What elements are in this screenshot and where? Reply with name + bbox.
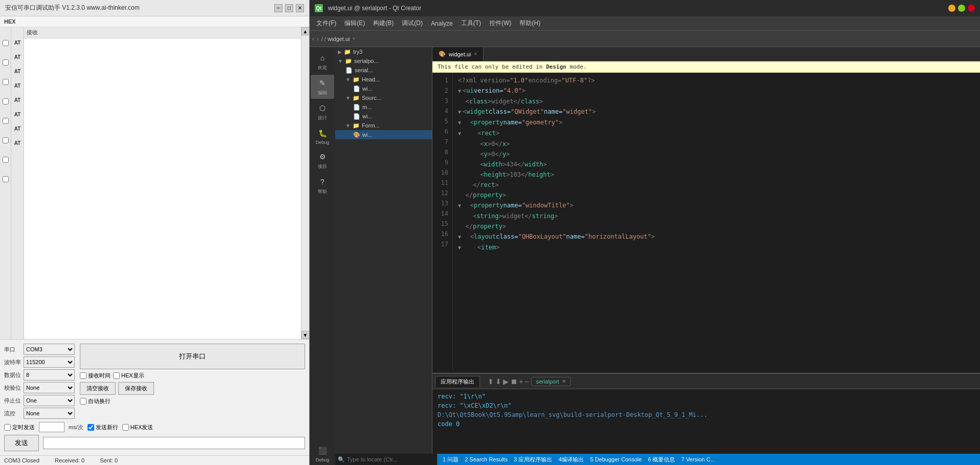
collapse-17[interactable]: ▼: [458, 243, 461, 253]
sidebar-item-debug-bottom[interactable]: ⬛ Debug: [311, 442, 334, 465]
code-line-15: </property>: [458, 221, 975, 231]
tree-node-head[interactable]: ▼ 📁 Head...: [335, 75, 432, 84]
qt-minimize-btn[interactable]: [948, 5, 955, 12]
output-toolbar-play[interactable]: ▶: [503, 377, 509, 386]
scroll-up-btn[interactable]: ▲: [301, 27, 310, 35]
toolbar-forward-btn[interactable]: ›: [317, 35, 319, 43]
status-overview[interactable]: 6 概要信息: [645, 456, 678, 463]
cb-row-5[interactable]: [3, 118, 9, 124]
qt-maximize-btn[interactable]: [958, 5, 965, 12]
session-close-icon[interactable]: ✕: [562, 378, 566, 384]
newline-cb[interactable]: [88, 424, 94, 431]
send-button[interactable]: 发送: [4, 435, 39, 451]
tree-node-try3[interactable]: ▶ 📁 try3: [335, 47, 432, 56]
tree-node-serial-file[interactable]: 📄 serial...: [335, 66, 432, 75]
send-input[interactable]: 我: [43, 437, 305, 449]
save-recv-button[interactable]: 保存接收: [118, 382, 154, 395]
sidebar-item-welcome[interactable]: ⌂ 欢迎: [311, 50, 334, 74]
line-num-13: 13: [437, 198, 448, 208]
menu-file[interactable]: 文件(F): [312, 17, 340, 30]
code-content[interactable]: <?xml version="1.0" encoding="UTF-8"?> ▼…: [453, 73, 980, 370]
folder-icon-sourc: 📁: [353, 94, 360, 101]
sidebar-item-debug[interactable]: 🐛 Debug: [311, 125, 334, 147]
close-btn[interactable]: ✕: [296, 4, 304, 12]
menu-analyze[interactable]: Analyze: [427, 18, 457, 29]
cb-row-6[interactable]: [3, 137, 9, 143]
collapse-6[interactable]: ▼: [458, 129, 461, 139]
status-app-output[interactable]: 3 应用程序输出: [511, 456, 555, 463]
sidebar-item-edit[interactable]: ✎ 编辑: [311, 75, 334, 99]
menu-help[interactable]: 帮助(H): [515, 17, 545, 30]
collapse-16[interactable]: ▼: [458, 232, 461, 242]
output-toolbar-minus[interactable]: −: [525, 377, 529, 386]
timer-input[interactable]: 800: [39, 422, 64, 432]
line-num-4: 4: [437, 106, 448, 116]
cb-row-4[interactable]: [3, 98, 9, 104]
menu-tools[interactable]: 工具(T): [457, 17, 485, 30]
status-version[interactable]: 7 Version C...: [679, 456, 717, 462]
flow-select[interactable]: None: [24, 408, 75, 419]
output-session[interactable]: serialport ✕: [531, 377, 570, 386]
tree-node-wi2[interactable]: 📄 wi...: [335, 112, 432, 121]
baudrate-select[interactable]: 115200: [24, 356, 75, 368]
tree-node-serialpo[interactable]: ▼ 📁 serialpo...: [335, 56, 432, 66]
qt-close-btn[interactable]: [968, 5, 975, 12]
sidebar-item-project[interactable]: ⚙ 项目: [311, 149, 334, 173]
output-toolbar-down[interactable]: ⬇: [495, 377, 502, 386]
hex-display-cb[interactable]: [113, 372, 120, 379]
collapse-4[interactable]: ▼: [458, 107, 461, 117]
timer-send-cb[interactable]: [4, 424, 11, 431]
output-tab-app[interactable]: 应用程序输出: [435, 376, 480, 387]
parity-select[interactable]: None: [24, 382, 75, 393]
editor-tab-widget-ui[interactable]: 🎨 widget.ui ×: [432, 47, 484, 61]
collapse-13[interactable]: ▼: [458, 201, 461, 211]
hex-send-cb[interactable]: [122, 424, 129, 431]
tree-node-m[interactable]: 📄 m...: [335, 102, 432, 112]
status-problems[interactable]: 1 问题: [440, 456, 461, 463]
tree-node-widget-ui[interactable]: 🎨 wi...: [335, 130, 432, 139]
locate-bar: 🔍: [335, 454, 438, 465]
auto-newline-cb[interactable]: [80, 398, 86, 405]
collapse-5[interactable]: ▼: [458, 118, 461, 128]
output-toolbar-up[interactable]: ⬆: [488, 377, 494, 386]
cb-row-3[interactable]: [3, 79, 9, 85]
sidebar-item-help[interactable]: ? 帮助: [311, 174, 334, 198]
output-line-2: recv: "\xCE\xD2\r\n": [438, 401, 975, 410]
cb-row-8[interactable]: [3, 176, 9, 182]
tab-close-btn[interactable]: ×: [474, 51, 477, 57]
maximize-btn[interactable]: □: [285, 4, 293, 12]
databits-select[interactable]: 8: [24, 369, 75, 381]
cb-row-1[interactable]: [3, 40, 9, 46]
tab-close-icon[interactable]: ×: [353, 36, 356, 41]
toolbar-back-btn[interactable]: ‹: [312, 35, 314, 43]
tree-node-form[interactable]: ▼ 📁 Form...: [335, 121, 432, 130]
status-compile[interactable]: 4编译输出: [556, 456, 586, 463]
minimize-btn[interactable]: ─: [274, 4, 282, 12]
timer-unit: ms/次: [69, 424, 83, 431]
menu-controls[interactable]: 控件(W): [485, 17, 515, 30]
qt-sidebar: ⌂ 欢迎 ✎ 编辑 ⬡ 设计 🐛 Debug ⚙ 项目 ? 帮助 ⬛ Debug: [310, 47, 335, 465]
open-port-button[interactable]: 打开串口: [80, 344, 305, 369]
sidebar-item-design[interactable]: ⬡ 设计: [311, 100, 334, 124]
newline-label: 发送新行: [88, 424, 118, 431]
menu-build[interactable]: 构建(B): [369, 17, 398, 30]
recv-time-cb[interactable]: [80, 372, 86, 379]
status-search[interactable]: 2 Search Results: [462, 456, 510, 462]
tree-node-sourc[interactable]: ▼ 📁 Sourc...: [335, 93, 432, 102]
status-debugger[interactable]: 5 Debugger Console: [587, 456, 644, 462]
tree-node-wi1[interactable]: 📄 wi...: [335, 84, 432, 93]
cb-row-7[interactable]: [3, 157, 9, 163]
output-toolbar-plus[interactable]: +: [519, 377, 523, 386]
design-icon: ⬡: [317, 102, 328, 114]
receive-textarea[interactable]: [24, 38, 301, 339]
stopbits-select[interactable]: One: [24, 395, 75, 406]
locate-input[interactable]: [347, 456, 434, 462]
scroll-down-btn[interactable]: ▼: [301, 331, 310, 339]
cb-row-2[interactable]: [3, 59, 9, 66]
clear-recv-button[interactable]: 清空接收: [80, 382, 116, 395]
collapse-2[interactable]: ▼: [458, 86, 461, 96]
port-select[interactable]: COM3: [24, 344, 75, 355]
menu-edit[interactable]: 编辑(E): [340, 17, 369, 30]
menu-debug[interactable]: 调试(D): [398, 17, 427, 30]
output-toolbar-stop[interactable]: ⏹: [510, 377, 517, 386]
